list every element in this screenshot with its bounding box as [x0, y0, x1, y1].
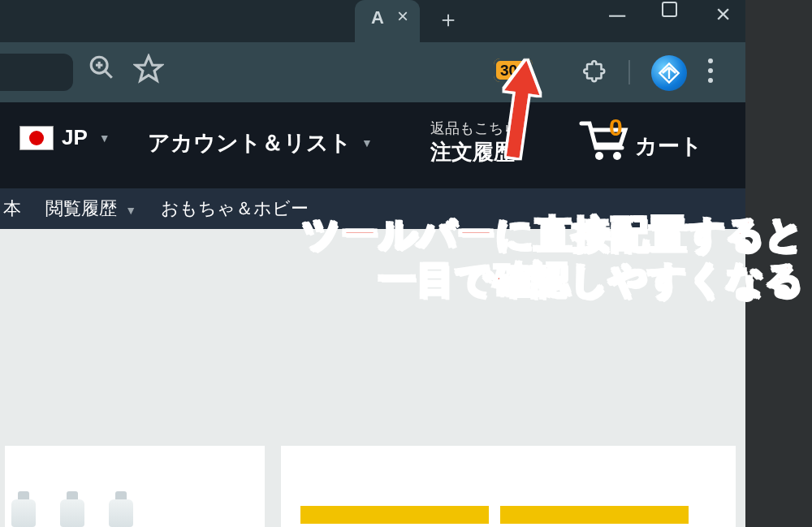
subnav-item-history-label: 閲覧履歴 — [45, 198, 117, 218]
chevron-down-icon: ▼ — [125, 204, 136, 217]
account-lists-link[interactable]: アカウント＆リスト ▼ — [148, 128, 373, 158]
window-close-button[interactable]: × — [715, 0, 731, 29]
bookmark-star-icon[interactable] — [133, 54, 167, 88]
new-tab-button[interactable]: ＋ — [434, 5, 463, 34]
svg-line-1 — [105, 71, 112, 78]
browser-window: A × ＋ ─ × — [0, 0, 745, 527]
toolbar-divider — [628, 60, 630, 84]
close-tab-icon[interactable]: × — [397, 6, 408, 26]
cart-link[interactable]: 0 カート — [578, 119, 702, 161]
cart-count: 0 — [609, 114, 623, 141]
amazon-nav-bar: JP ▼ アカウント＆リスト ▼ 返品もこちら 注文履歴 — [0, 102, 745, 188]
svg-point-5 — [595, 152, 603, 160]
orders-line-1: 返品もこちら — [430, 119, 518, 138]
deal-bar — [300, 506, 489, 524]
browser-toolbar: 302 — [0, 42, 745, 102]
amazon-subnav: 本 閲覧履歴 ▼ おもちゃ＆ホビー — [0, 188, 745, 229]
subnav-item-books[interactable]: 本 — [3, 197, 21, 221]
locale-label: JP — [62, 125, 88, 150]
locale-selector[interactable]: JP ▼ — [19, 125, 110, 150]
cart-icon: 0 — [578, 119, 630, 161]
account-lists-label: アカウント＆リスト — [148, 128, 352, 158]
subnav-item-history[interactable]: 閲覧履歴 ▼ — [45, 197, 136, 221]
extensions-icon[interactable] — [583, 60, 609, 86]
chevron-down-icon: ▼ — [361, 136, 373, 149]
product-card[interactable] — [5, 446, 265, 527]
cart-label: カート — [635, 132, 702, 161]
deal-bar — [500, 506, 689, 524]
svg-marker-4 — [136, 56, 162, 80]
zoom-icon[interactable] — [88, 54, 119, 84]
page-content — [0, 229, 745, 527]
window-titlebar: A × ＋ ─ × — [0, 0, 745, 42]
pinned-extension-icon[interactable] — [651, 55, 687, 91]
extension-badge-count: 302 — [494, 58, 533, 82]
window-minimize-button[interactable]: ─ — [609, 2, 625, 28]
desktop-edge — [745, 0, 812, 527]
browser-tab[interactable]: A × — [355, 0, 420, 42]
product-thumbnail — [10, 491, 135, 527]
tab-title: A — [371, 7, 384, 28]
chevron-down-icon: ▼ — [99, 132, 110, 145]
extension-badge[interactable]: 302 — [494, 62, 533, 80]
subnav-item-toys[interactable]: おもちゃ＆ホビー — [161, 197, 309, 221]
orders-link[interactable]: 返品もこちら 注文履歴 — [430, 119, 518, 166]
svg-point-6 — [613, 152, 621, 160]
browser-menu-button[interactable] — [708, 58, 713, 83]
window-maximize-button[interactable] — [662, 2, 677, 17]
japan-flag-icon — [19, 126, 54, 150]
orders-line-2: 注文履歴 — [430, 138, 518, 166]
address-bar-edge[interactable] — [0, 54, 73, 91]
